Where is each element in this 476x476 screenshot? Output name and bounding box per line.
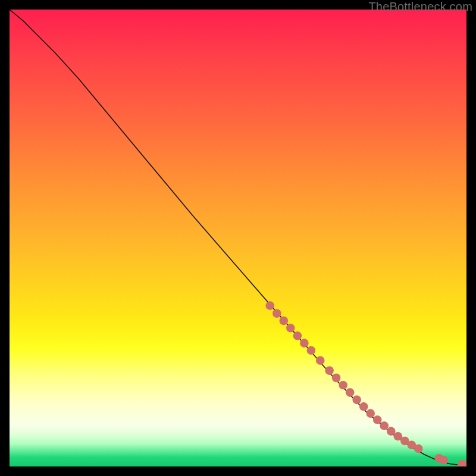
svg-point-11 <box>346 388 355 397</box>
svg-point-16 <box>380 421 389 430</box>
svg-point-9 <box>332 374 341 383</box>
svg-point-8 <box>325 366 334 375</box>
chart-svg <box>10 10 466 466</box>
svg-point-23 <box>439 456 448 465</box>
svg-point-5 <box>300 339 309 347</box>
svg-point-3 <box>286 324 295 333</box>
plot-area <box>10 10 466 466</box>
svg-point-21 <box>414 444 423 453</box>
watermark-text: TheBottleneck.com <box>368 0 472 14</box>
svg-point-2 <box>280 317 289 325</box>
svg-point-0 <box>265 301 274 310</box>
svg-point-10 <box>339 381 347 390</box>
svg-point-6 <box>307 346 316 355</box>
curve-line <box>10 10 466 465</box>
svg-point-1 <box>273 309 281 318</box>
curve-markers <box>265 301 466 466</box>
svg-point-7 <box>316 356 325 365</box>
svg-point-13 <box>359 402 368 411</box>
chart-frame: TheBottleneck.com <box>0 0 476 476</box>
svg-point-15 <box>373 415 382 424</box>
svg-point-4 <box>293 331 302 340</box>
svg-point-12 <box>352 396 361 405</box>
svg-point-14 <box>366 409 375 418</box>
